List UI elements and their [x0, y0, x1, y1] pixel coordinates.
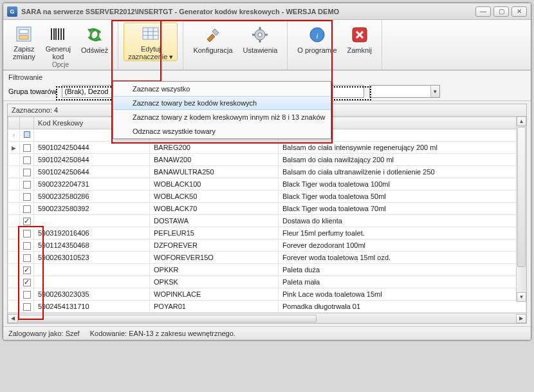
cell-nazwa: Black Tiger woda toaletowa 70ml — [279, 203, 526, 215]
cell-nazwa: Pink Lace woda toaletowa 15ml — [279, 288, 526, 301]
menu-select-wrong-length[interactable]: Zaznacz towary z kodem kreskowym innym n… — [113, 110, 331, 124]
cell-nazwa: Forever woda toaletowa 15ml ozd. — [279, 252, 526, 264]
combo-dropdown-button[interactable]: ▼ — [430, 86, 439, 97]
maximize-button[interactable]: ▢ — [493, 6, 509, 17]
close-icon — [349, 24, 370, 45]
svg-rect-2 — [19, 35, 28, 39]
generate-code-button[interactable]: Generuj kod — [41, 23, 75, 61]
refresh-button[interactable]: Odśwież — [77, 23, 113, 61]
refresh-icon — [84, 24, 105, 45]
scroll-right-button[interactable]: ▶ — [516, 314, 526, 323]
group-combo-extra[interactable]: ▼ — [369, 85, 440, 98]
row-checkbox[interactable] — [20, 178, 34, 191]
about-button[interactable]: i O programie — [293, 23, 341, 61]
row-checkbox[interactable] — [20, 276, 34, 288]
row-indicator — [8, 239, 20, 252]
gear-icon — [250, 24, 270, 45]
chevron-down-icon: ▾ — [169, 53, 173, 61]
table-row[interactable]: OPKKRPaleta duża — [8, 264, 526, 276]
app-icon: G — [7, 6, 17, 17]
row-checkbox[interactable] — [20, 239, 34, 252]
cell-nazwa: Pomadka długotrwała 01 — [279, 301, 526, 313]
row-checkbox[interactable] — [20, 301, 34, 313]
svg-rect-1 — [19, 30, 28, 33]
cell-symbol: BANAWULTRA250 — [150, 166, 279, 178]
row-indicator — [8, 203, 20, 215]
scroll-left-button[interactable]: ◀ — [8, 314, 18, 323]
cell-symbol: WOFOREVER15O — [150, 252, 279, 264]
checkbox-header[interactable] — [20, 117, 34, 129]
table-row[interactable]: 5901024250844BANAW200Balsam do ciała naw… — [8, 154, 526, 166]
tools-icon — [203, 24, 223, 45]
save-icon — [14, 24, 34, 44]
close-app-button[interactable]: Zamknij — [343, 23, 377, 61]
cell-kod: 5900232580392 — [34, 203, 150, 215]
row-checkbox[interactable] — [20, 252, 34, 264]
row-checkbox[interactable] — [20, 203, 34, 215]
row-indicator — [8, 191, 20, 203]
table-row[interactable]: OPKSKPaleta mała — [8, 276, 526, 288]
row-checkbox[interactable] — [20, 142, 34, 154]
edit-selection-button[interactable]: Edytuj zaznaczenie ▾ — [124, 23, 178, 61]
scroll-up-button[interactable]: ▲ — [517, 117, 526, 126]
grid-select-icon — [140, 24, 161, 44]
cell-nazwa: Balsam do ciała ultranawilżenie i dotlen… — [279, 166, 526, 178]
cell-symbol: BANAW200 — [150, 154, 279, 166]
table-row[interactable]: 5900263010523WOFOREVER15OForever woda to… — [8, 252, 526, 264]
table-row[interactable]: 5900263023035WOPINKLACEPink Lace woda to… — [8, 288, 526, 301]
table-row[interactable]: 5901024250644BANAWULTRA250Balsam do ciał… — [8, 166, 526, 178]
cell-symbol: OPKKR — [150, 264, 279, 276]
row-checkbox[interactable] — [20, 154, 34, 166]
ribbon: Zapisz zmiany Generuj kod Odśwież Opcje — [3, 20, 531, 70]
row-checkbox[interactable] — [20, 191, 34, 203]
table-row[interactable]: DOSTAWADostawa do klienta — [8, 215, 526, 227]
vertical-scrollbar[interactable]: ▲ ▼ — [516, 117, 526, 302]
filter-checkbox[interactable] — [20, 129, 34, 142]
cell-symbol: OPKSK — [150, 276, 279, 288]
table-row[interactable]: 5900232580286WOBLACK50Black Tiger woda t… — [8, 191, 526, 203]
table-row[interactable]: 5903192016406PEFLEUR15Fleur 15ml perfumy… — [8, 227, 526, 239]
row-checkbox[interactable] — [20, 166, 34, 178]
filter-indicator[interactable]: ♀ — [8, 129, 20, 142]
table-row[interactable]: ▶5901024250444BAREG200Balsam do ciała in… — [8, 142, 526, 154]
table-row[interactable]: 5901124350468DZFOREVERForever dezodorant… — [8, 239, 526, 252]
group-label: Grupa towarów — [8, 88, 57, 95]
horizontal-scroll-thumb[interactable] — [18, 315, 317, 322]
menu-deselect-all[interactable]: Odznacz wszystkie towary — [113, 124, 331, 138]
row-checkbox[interactable] — [20, 264, 34, 276]
close-button[interactable]: ✕ — [511, 6, 527, 17]
cell-kod: 5901124350468 — [34, 239, 150, 252]
cell-nazwa: Black Tiger woda toaletowa 50ml — [279, 191, 526, 203]
group-combo-extra-input[interactable] — [370, 86, 430, 97]
cell-kod — [34, 276, 150, 288]
status-encoding: Kodowanie: EAN-13 z zakresu wewnętrznego… — [90, 330, 235, 337]
indicator-header[interactable] — [8, 117, 20, 129]
titlebar: G SARA na serwerze SSERVER2012\INSERTGT … — [3, 3, 531, 20]
table-row[interactable]: 5902454131710POYAR01Pomadka długotrwała … — [8, 301, 526, 313]
row-indicator — [8, 301, 20, 313]
scroll-down-button[interactable]: ▼ — [517, 292, 526, 302]
menu-select-all[interactable]: Zaznacz wszystko — [113, 82, 331, 96]
cell-kod: 5901024250444 — [34, 142, 150, 154]
table-row[interactable]: 5900232204731WOBLACK100Black Tiger woda … — [8, 178, 526, 191]
save-changes-button[interactable]: Zapisz zmiany — [8, 23, 40, 61]
horizontal-scrollbar[interactable]: ◀ ▶ — [8, 313, 526, 323]
configuration-button[interactable]: Konfiguracja — [189, 23, 237, 61]
row-indicator — [8, 288, 20, 301]
vertical-scroll-thumb[interactable] — [517, 127, 526, 267]
ribbon-group-label: Opcje — [8, 61, 113, 68]
row-checkbox[interactable] — [20, 215, 34, 227]
minimize-button[interactable]: — — [475, 6, 491, 17]
row-checkbox[interactable] — [20, 288, 34, 301]
menu-select-no-barcode[interactable]: Zaznacz towary bez kodów kreskowych — [113, 96, 331, 110]
row-indicator — [8, 227, 20, 239]
settings-button[interactable]: Ustawienia — [239, 23, 282, 61]
row-indicator — [8, 252, 20, 264]
cell-nazwa: Fleur 15ml perfumy toalet. — [279, 227, 526, 239]
cell-kod: 5900232580286 — [34, 191, 150, 203]
status-user: Zalogowany jako: Szef — [8, 330, 80, 337]
table-row[interactable]: 5900232580392WOBLACK70Black Tiger woda t… — [8, 203, 526, 215]
row-checkbox[interactable] — [20, 227, 34, 239]
row-indicator — [8, 215, 20, 227]
cell-symbol: WOBLACK50 — [150, 191, 279, 203]
